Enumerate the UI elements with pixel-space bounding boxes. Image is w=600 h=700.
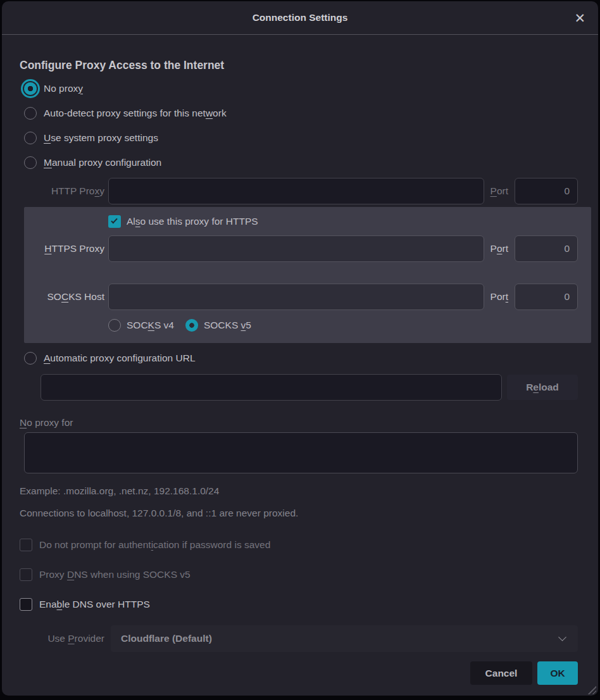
- radio-unchecked-icon[interactable]: [24, 132, 37, 144]
- doh-provider-row: Use Provider Cloudflare (Default): [24, 625, 578, 652]
- socks-host-label: SOCKS Host: [24, 291, 104, 303]
- radio-unchecked-icon[interactable]: [24, 107, 37, 120]
- radio-auto-url[interactable]: Automatic proxy configuration URL: [24, 346, 578, 370]
- no-proxy-for-textarea[interactable]: [24, 432, 578, 473]
- resize-grip[interactable]: [587, 685, 596, 694]
- http-proxy-row: HTTP Proxy Port: [24, 178, 578, 204]
- dialog-footer: Cancel OK: [24, 661, 578, 685]
- checkbox-enable-doh[interactable]: Enable DNS over HTTPS: [20, 597, 578, 611]
- radio-no-proxy-label: No proxy: [44, 83, 83, 94]
- provider-selected-value: Cloudflare (Default): [121, 633, 212, 644]
- http-port-input[interactable]: [515, 178, 578, 204]
- enable-doh-label: Enable DNS over HTTPS: [39, 599, 150, 610]
- socks-version-row: SOCKS v4 SOCKS v5: [108, 318, 578, 333]
- ok-button[interactable]: OK: [537, 661, 578, 685]
- radio-no-proxy[interactable]: No proxy: [24, 76, 578, 101]
- socks-port-label: Port: [491, 291, 508, 303]
- chevron-down-icon: [558, 633, 566, 641]
- radio-unchecked-icon[interactable]: [24, 156, 37, 169]
- localhost-note-text: Connections to localhost, 127.0.0.1/8, a…: [20, 508, 578, 519]
- no-proxy-for-label: No proxy for: [20, 417, 578, 428]
- radio-auto-detect[interactable]: Auto-detect proxy settings for this netw…: [24, 101, 578, 125]
- proxy-dns-label: Proxy DNS when using SOCKS v5: [39, 569, 191, 580]
- use-provider-label: Use Provider: [24, 633, 104, 644]
- checkbox-proxy-dns[interactable]: Proxy DNS when using SOCKS v5: [20, 568, 578, 582]
- checkbox-no-prompt-auth[interactable]: Do not prompt for authentication if pass…: [20, 538, 578, 552]
- socks-v4-label: SOCKS v4: [127, 320, 174, 331]
- http-port-label: Port: [491, 185, 508, 197]
- checkbox-unchecked-icon[interactable]: [20, 539, 32, 551]
- dialog-content: Configure Proxy Access to the Internet N…: [2, 59, 598, 685]
- radio-auto-detect-label: Auto-detect proxy settings for this netw…: [44, 108, 227, 119]
- cancel-button[interactable]: Cancel: [470, 661, 532, 685]
- also-https-checkbox-row[interactable]: Also use this proxy for HTTPS: [108, 213, 578, 230]
- radio-manual-proxy[interactable]: Manual proxy configuration: [24, 150, 578, 175]
- checkbox-unchecked-icon[interactable]: [20, 568, 32, 581]
- reload-button[interactable]: Reload: [507, 375, 578, 400]
- provider-dropdown[interactable]: Cloudflare (Default): [111, 625, 578, 652]
- also-https-label: Also use this proxy for HTTPS: [127, 216, 258, 227]
- radio-manual-proxy-label: Manual proxy configuration: [44, 157, 161, 168]
- check-icon: [111, 217, 117, 224]
- radio-socks-v5[interactable]: SOCKS v5: [185, 319, 251, 332]
- socks-port-input[interactable]: [515, 284, 578, 310]
- radio-unchecked-icon[interactable]: [108, 319, 121, 332]
- https-proxy-input[interactable]: [108, 235, 484, 262]
- page-title: Configure Proxy Access to the Internet: [20, 59, 578, 72]
- radio-auto-url-label: Automatic proxy configuration URL: [44, 353, 196, 364]
- radio-use-system[interactable]: Use system proxy settings: [24, 125, 578, 150]
- radio-checked-icon[interactable]: [185, 319, 198, 332]
- auto-config-url-input[interactable]: [41, 374, 502, 401]
- http-proxy-input[interactable]: [108, 178, 484, 204]
- https-proxy-label: HTTPS Proxy: [24, 243, 104, 254]
- http-proxy-label: HTTP Proxy: [24, 185, 104, 197]
- radio-socks-v4[interactable]: SOCKS v4: [108, 319, 174, 332]
- connection-settings-dialog: Connection Settings ✕ Configure Proxy Ac…: [2, 1, 598, 696]
- radio-unchecked-icon[interactable]: [24, 352, 37, 365]
- radio-checked-icon[interactable]: [24, 82, 37, 95]
- checkbox-checked-icon[interactable]: [108, 215, 121, 228]
- checkbox-unchecked-icon[interactable]: [20, 598, 32, 611]
- https-port-label: Port: [491, 243, 508, 254]
- socks-host-row: SOCKS Host Port: [24, 284, 578, 310]
- close-icon[interactable]: ✕: [574, 11, 585, 25]
- no-proxy-example-text: Example: .mozilla.org, .net.nz, 192.168.…: [20, 485, 578, 497]
- dialog-title: Connection Settings: [253, 12, 348, 23]
- socks-host-input[interactable]: [108, 284, 484, 310]
- https-proxy-row: HTTPS Proxy Port: [24, 235, 578, 262]
- dialog-titlebar: Connection Settings ✕: [2, 1, 598, 35]
- no-prompt-auth-label: Do not prompt for authentication if pass…: [39, 539, 270, 551]
- radio-use-system-label: Use system proxy settings: [44, 132, 158, 144]
- socks-v5-label: SOCKS v5: [204, 320, 251, 331]
- https-port-input[interactable]: [515, 235, 578, 262]
- https-socks-highlight-panel: Also use this proxy for HTTPS HTTPS Prox…: [24, 207, 591, 343]
- auto-url-row: Reload: [41, 374, 578, 401]
